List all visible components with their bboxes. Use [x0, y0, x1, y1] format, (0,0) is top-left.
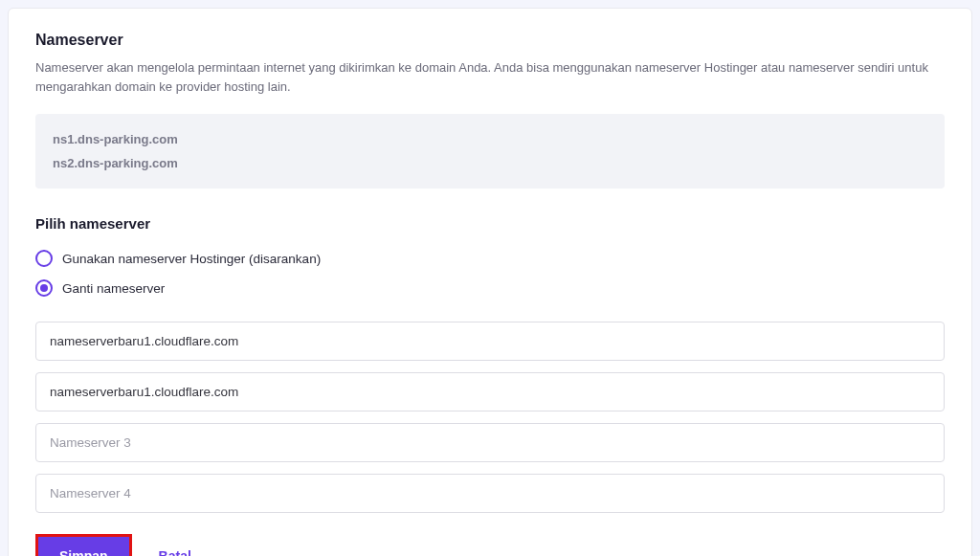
save-button-highlight: Simpan: [35, 534, 132, 556]
radio-hostinger-label: Gunakan nameserver Hostinger (disarankan…: [62, 252, 321, 266]
current-ns-2: ns2.dns-parking.com: [53, 151, 927, 175]
nameserver-2-input[interactable]: [35, 372, 945, 411]
nameserver-card: Nameserver Nameserver akan mengelola per…: [8, 8, 972, 556]
section-title: Nameserver: [35, 32, 945, 49]
radio-custom[interactable]: Ganti nameserver: [35, 275, 945, 304]
nameserver-3-input[interactable]: [35, 423, 945, 462]
section-description: Nameserver akan mengelola permintaan int…: [35, 58, 945, 97]
radio-icon: [35, 279, 53, 297]
save-button[interactable]: Simpan: [38, 537, 129, 556]
nameserver-inputs: [35, 322, 945, 513]
nameserver-radio-group: Gunakan nameserver Hostinger (disarankan…: [35, 245, 945, 304]
radio-icon: [35, 250, 53, 267]
nameserver-4-input[interactable]: [35, 474, 945, 513]
actions-row: Simpan Batal: [35, 534, 945, 556]
radio-custom-label: Ganti nameserver: [62, 281, 165, 296]
cancel-button[interactable]: Batal: [159, 548, 191, 556]
choose-nameserver-heading: Pilih nameserver: [35, 215, 945, 232]
current-nameserver-box: ns1.dns-parking.com ns2.dns-parking.com: [35, 114, 945, 189]
radio-hostinger[interactable]: Gunakan nameserver Hostinger (disarankan…: [35, 245, 945, 275]
current-ns-1: ns1.dns-parking.com: [53, 127, 927, 151]
nameserver-1-input[interactable]: [35, 322, 945, 361]
